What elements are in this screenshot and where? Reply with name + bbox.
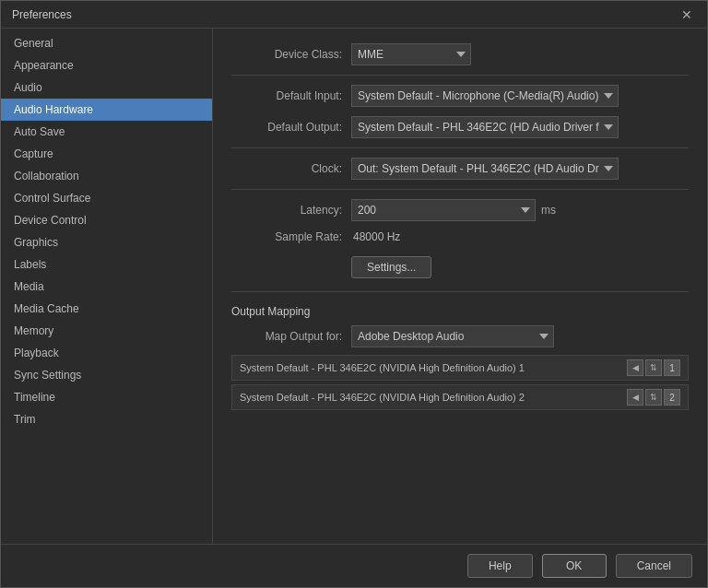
- device-class-select[interactable]: MME ASIO WDM: [351, 43, 471, 65]
- clock-label: Clock:: [231, 162, 342, 175]
- channel-name-2: System Default - PHL 346E2C (NVIDIA High…: [240, 392, 627, 403]
- cancel-button[interactable]: Cancel: [616, 554, 692, 578]
- divider-3: [231, 189, 689, 190]
- content-area: GeneralAppearanceAudioAudio HardwareAuto…: [1, 29, 707, 544]
- sidebar-item-general[interactable]: General: [1, 32, 212, 54]
- output-mapping-section: Output Mapping Map Output for: Adobe Des…: [231, 305, 689, 410]
- sidebar-item-capture[interactable]: Capture: [1, 143, 212, 165]
- clock-row: Clock: Out: System Default - PHL 346E2C …: [231, 158, 689, 180]
- sidebar-item-timeline[interactable]: Timeline: [1, 386, 212, 408]
- sidebar-item-graphics[interactable]: Graphics: [1, 231, 212, 253]
- channel-mid-btn-1[interactable]: ⇅: [645, 359, 662, 376]
- latency-row: Latency: 200 100 50 ms: [231, 199, 689, 221]
- sidebar-item-auto-save[interactable]: Auto Save: [1, 121, 212, 143]
- channel-row-2: System Default - PHL 346E2C (NVIDIA High…: [231, 384, 689, 410]
- channel-row-1: System Default - PHL 346E2C (NVIDIA High…: [231, 355, 689, 381]
- map-output-label: Map Output for:: [231, 330, 342, 343]
- sidebar-item-trim[interactable]: Trim: [1, 408, 212, 430]
- dialog-title: Preferences: [12, 8, 72, 21]
- sidebar-item-memory[interactable]: Memory: [1, 320, 212, 342]
- settings-btn-container: Settings...: [231, 253, 689, 282]
- default-output-row: Default Output: System Default - PHL 346…: [231, 116, 689, 138]
- latency-unit: ms: [541, 204, 556, 217]
- channel-num-2: 2: [664, 389, 680, 406]
- map-output-row: Map Output for: Adobe Desktop Audio: [231, 325, 689, 347]
- divider-2: [231, 147, 689, 148]
- default-output-select[interactable]: System Default - PHL 346E2C (HD Audio Dr…: [351, 116, 619, 138]
- default-output-label: Default Output:: [231, 121, 342, 134]
- output-mapping-title: Output Mapping: [231, 305, 689, 318]
- channel-name-1: System Default - PHL 346E2C (NVIDIA High…: [240, 362, 627, 373]
- sample-rate-label: Sample Rate:: [231, 230, 342, 243]
- sidebar-item-media[interactable]: Media: [1, 276, 212, 298]
- channel-left-btn-1[interactable]: ◀: [627, 359, 643, 376]
- divider-4: [231, 291, 689, 292]
- default-input-row: Default Input: System Default - Micropho…: [231, 85, 689, 107]
- preferences-dialog: Preferences ✕ GeneralAppearanceAudioAudi…: [0, 0, 708, 588]
- title-bar: Preferences ✕: [1, 1, 707, 29]
- sidebar: GeneralAppearanceAudioAudio HardwareAuto…: [1, 29, 213, 544]
- help-button[interactable]: Help: [467, 554, 533, 578]
- map-output-select[interactable]: Adobe Desktop Audio: [351, 325, 554, 347]
- sidebar-item-appearance[interactable]: Appearance: [1, 54, 212, 76]
- default-input-select[interactable]: System Default - Microphone (C-Media(R) …: [351, 85, 619, 107]
- divider-1: [231, 75, 689, 76]
- clock-select[interactable]: Out: System Default - PHL 346E2C (HD Aud…: [351, 158, 619, 180]
- sidebar-item-collaboration[interactable]: Collaboration: [1, 165, 212, 187]
- sample-rate-row: Sample Rate: 48000 Hz: [231, 230, 689, 243]
- footer: Help OK Cancel: [1, 544, 707, 587]
- sidebar-item-audio[interactable]: Audio: [1, 76, 212, 99]
- device-class-label: Device Class:: [231, 48, 342, 61]
- channel-controls-2: ◀⇅2: [627, 389, 680, 406]
- channel-rows-container: System Default - PHL 346E2C (NVIDIA High…: [231, 355, 689, 410]
- latency-select[interactable]: 200 100 50: [351, 199, 536, 221]
- device-class-row: Device Class: MME ASIO WDM: [231, 43, 689, 65]
- sidebar-item-labels[interactable]: Labels: [1, 253, 212, 276]
- default-input-label: Default Input:: [231, 89, 342, 102]
- sidebar-item-control-surface[interactable]: Control Surface: [1, 187, 212, 209]
- close-button[interactable]: ✕: [678, 7, 696, 22]
- sidebar-item-audio-hardware[interactable]: Audio Hardware: [1, 99, 212, 121]
- sidebar-item-playback[interactable]: Playback: [1, 342, 212, 364]
- ok-button[interactable]: OK: [542, 554, 607, 578]
- channel-controls-1: ◀⇅1: [627, 359, 680, 376]
- sidebar-item-device-control[interactable]: Device Control: [1, 209, 212, 231]
- sample-rate-value: 48000 Hz: [353, 230, 400, 243]
- sidebar-item-media-cache[interactable]: Media Cache: [1, 298, 212, 320]
- latency-label: Latency:: [231, 204, 342, 217]
- main-panel: Device Class: MME ASIO WDM Default Input…: [213, 29, 707, 544]
- channel-mid-btn-2[interactable]: ⇅: [645, 389, 662, 406]
- channel-left-btn-2[interactable]: ◀: [627, 389, 643, 406]
- settings-button[interactable]: Settings...: [351, 256, 431, 278]
- sidebar-item-sync-settings[interactable]: Sync Settings: [1, 364, 212, 386]
- channel-num-1: 1: [664, 359, 680, 376]
